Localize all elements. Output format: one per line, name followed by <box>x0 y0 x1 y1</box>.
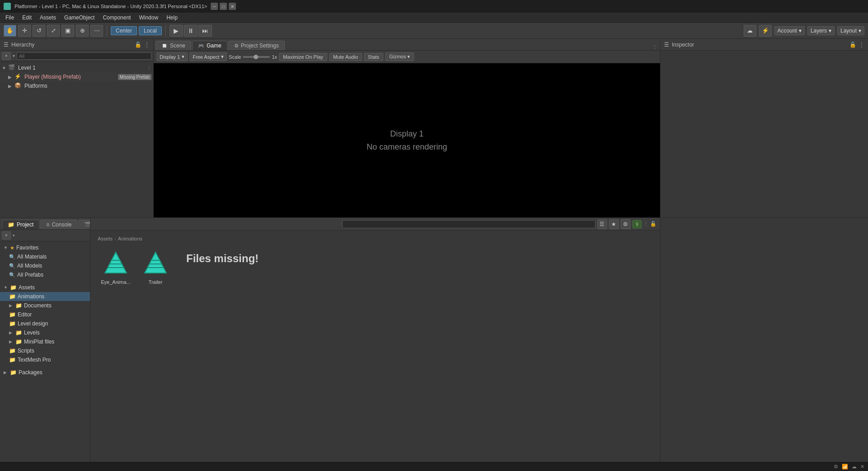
maximize-button[interactable]: □ <box>220 3 227 10</box>
breadcrumb-animations[interactable]: Animations <box>118 236 142 241</box>
level1-menu-icon[interactable]: ⋮ <box>147 66 151 71</box>
hierarchy-menu-icon[interactable]: ⋮ <box>144 42 150 48</box>
hierarchy-item-platforms[interactable]: ▶ 📦 Platforms <box>0 81 153 90</box>
player-arrow-icon: ▶ <box>8 75 14 80</box>
mute-audio-button[interactable]: Mute Audio <box>329 53 362 61</box>
packages-label: Packages <box>19 369 42 376</box>
bottom-panel-lock-icon[interactable]: 🔓 <box>650 221 656 227</box>
inspector-title: Inspector <box>672 42 847 48</box>
miniplat-item[interactable]: ▶ 📁 MiniPlat files <box>0 337 90 346</box>
file-item-trailer[interactable]: Trailer <box>137 247 174 287</box>
status-cloud-icon[interactable]: ☁ <box>852 464 857 470</box>
animation-tab[interactable]: 🎬 Animation <box>78 220 90 229</box>
menu-window[interactable]: Window <box>135 14 162 22</box>
hierarchy-item-level1[interactable]: ▼ 🎬 Level 1 ⋮ <box>0 63 153 72</box>
documents-item[interactable]: ▶ 📁 Documents <box>0 301 90 310</box>
animations-item[interactable]: 📁 Animations <box>0 292 90 301</box>
menu-component[interactable]: Component <box>99 14 134 22</box>
services-icon[interactable]: ⚡ <box>759 25 772 37</box>
scripts-item[interactable]: 📁 Scripts <box>0 346 90 355</box>
layers-dropdown[interactable]: Layers ▾ <box>807 26 835 35</box>
inspector-lock-icon[interactable]: 🔓 <box>849 42 856 48</box>
menu-edit[interactable]: Edit <box>19 14 35 22</box>
hierarchy-dropdown-icon[interactable]: ▾ <box>13 53 15 58</box>
bottom-row: 📁 Project ≡ Console 🎬 Animation + ▾ <box>0 217 868 471</box>
scene-tab-label: Scene <box>170 42 185 49</box>
aspect-dropdown[interactable]: Free Aspect ▾ <box>189 52 227 61</box>
game-tab[interactable]: 🎮 Game <box>192 41 227 50</box>
all-materials-item[interactable]: 🔍 All Materials <box>0 252 90 261</box>
documents-label: Documents <box>24 302 52 309</box>
rect-tool-button[interactable]: ▣ <box>61 25 74 37</box>
packages-item[interactable]: ▶ 📁 Packages <box>0 368 90 377</box>
hierarchy-add-button[interactable]: + <box>2 52 11 60</box>
account-dropdown[interactable]: Account ▾ <box>774 26 805 35</box>
extra-tool-button[interactable]: ⋯ <box>90 25 103 37</box>
stats-button[interactable]: Stats <box>364 53 383 61</box>
all-prefabs-item[interactable]: 🔍 All Prefabs <box>0 270 90 279</box>
scale-slider[interactable] <box>243 56 270 58</box>
breadcrumb-assets[interactable]: Assets <box>98 236 113 241</box>
hierarchy-lock-icon[interactable]: 🔓 <box>135 42 142 48</box>
right-toolbar: ☁ ⚡ Account ▾ Layers ▾ Layout ▾ <box>744 25 864 37</box>
hierarchy-search-input[interactable] <box>17 52 151 60</box>
inspector-menu-icon[interactable]: ⋮ <box>859 42 864 48</box>
scene-tab[interactable]: 🔲 Scene <box>156 41 191 50</box>
cloud-icon[interactable]: ☁ <box>744 25 756 37</box>
menu-gameobject[interactable]: GameObject <box>61 14 98 22</box>
bottom-tab-bar: 📁 Project ≡ Console 🎬 Animation <box>0 218 90 230</box>
file-item-eye-anim[interactable]: Eye_Anima... <box>98 247 134 287</box>
bottom-panel-menu-icon[interactable]: ⋮ <box>643 221 648 227</box>
menu-help[interactable]: Help <box>163 14 181 22</box>
close-button[interactable]: ✕ <box>229 3 236 10</box>
status-network-icon[interactable]: 📶 <box>842 464 848 470</box>
project-settings-tab[interactable]: ⚙ Project Settings <box>228 41 285 50</box>
pivot-center-button[interactable]: Center <box>111 26 137 35</box>
rotate-tool-button[interactable]: ↺ <box>33 25 45 37</box>
project-add-button[interactable]: + <box>2 231 11 240</box>
display-dropdown[interactable]: Display 1 ▾ <box>156 52 188 61</box>
console-tab[interactable]: ≡ Console <box>40 220 77 229</box>
menu-file[interactable]: File <box>2 14 18 22</box>
aspect-label: Free Aspect <box>193 54 219 60</box>
menu-bar: File Edit Assets GameObject Component Wi… <box>0 13 868 23</box>
trailer-icon <box>141 249 170 278</box>
levels-item[interactable]: ▶ 📁 Levels <box>0 328 90 337</box>
textmesh-item[interactable]: 📁 TextMesh Pro <box>0 355 90 364</box>
layout-dropdown[interactable]: Layout ▾ <box>837 26 864 35</box>
pause-button[interactable]: ⏸ <box>184 25 198 37</box>
play-button[interactable]: ▶ <box>170 25 183 37</box>
animation-tab-icon: 🎬 <box>84 221 90 228</box>
editor-folder-icon: 📁 <box>9 311 16 318</box>
status-collab-icon[interactable]: ⚙ <box>834 464 838 470</box>
transform-tool-button[interactable]: ⊕ <box>76 25 89 37</box>
project-tab[interactable]: 📁 Project <box>2 220 39 229</box>
move-tool-button[interactable]: ✛ <box>18 25 31 37</box>
menu-assets[interactable]: Assets <box>36 14 60 22</box>
step-button[interactable]: ⏭ <box>198 25 212 37</box>
editor-item[interactable]: 📁 Editor <box>0 310 90 319</box>
breadcrumb: Assets › Animations <box>94 234 656 243</box>
search-filter-button[interactable]: ⚙ <box>621 219 631 229</box>
window-title: Platformer - Level 1 - PC, Mac & Linux S… <box>14 4 207 9</box>
pivot-local-button[interactable]: Local <box>139 26 162 35</box>
level-design-item[interactable]: 📁 Level design <box>0 319 90 328</box>
favorite-filter-button[interactable]: ★ <box>609 219 619 229</box>
scale-tool-button[interactable]: ⤢ <box>47 25 60 37</box>
project-add-arrow-icon[interactable]: ▾ <box>13 233 15 238</box>
game-view-menu-icon[interactable]: ⋮ <box>652 44 657 50</box>
game-tab-label: Game <box>207 42 222 49</box>
all-models-item[interactable]: 🔍 All Models <box>0 261 90 270</box>
assets-item[interactable]: ▼ 📁 Assets <box>0 283 90 292</box>
maximize-on-play-button[interactable]: Maximize On Play <box>279 53 327 61</box>
gizmos-button[interactable]: Gizmos ▾ <box>385 52 414 61</box>
favorites-item[interactable]: ▼ ★ Favorites <box>0 243 90 252</box>
hand-tool-button[interactable]: ✋ <box>4 25 16 37</box>
minimize-button[interactable]: ─ <box>211 3 218 10</box>
toggle-thumbnails-button[interactable]: ☰ <box>597 219 607 229</box>
status-close-icon[interactable]: ✕ <box>860 464 864 470</box>
hierarchy-item-player[interactable]: ▶ ⚡ Player (Missing Prefab) Missing Pref… <box>0 72 153 81</box>
scripts-folder-icon: 📁 <box>9 348 16 354</box>
project-search-input[interactable] <box>342 220 595 228</box>
eye-anim-triangle-svg <box>103 250 128 276</box>
